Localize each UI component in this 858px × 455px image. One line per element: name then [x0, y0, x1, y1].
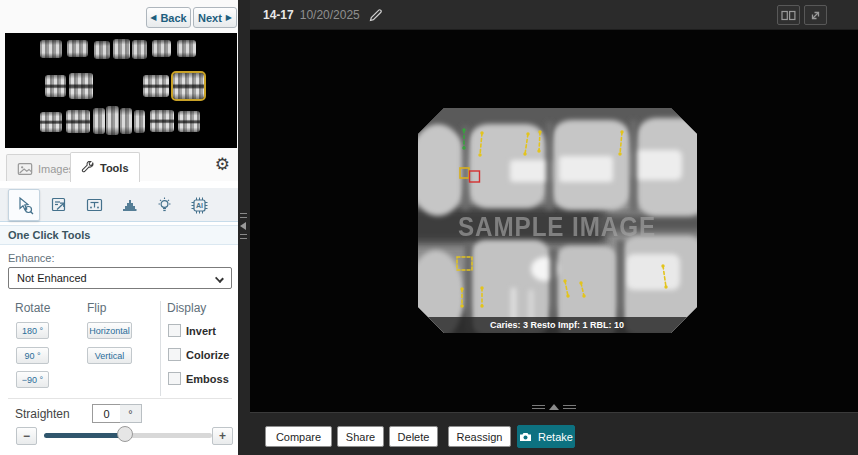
- thumbnail[interactable]: [93, 108, 105, 134]
- thumbnail[interactable]: [143, 75, 169, 97]
- findings-summary-text: Caries: 3 Resto Impf: 1 RBL: 10: [490, 320, 624, 330]
- panel-splitter[interactable]: [238, 0, 250, 455]
- edit-title-button[interactable]: [369, 8, 383, 22]
- radiograph-image[interactable]: SAMPLE IMAGE: [418, 108, 697, 333]
- svg-text:AI: AI: [196, 202, 203, 209]
- flip-horizontal-button[interactable]: Horizontal: [87, 322, 132, 339]
- straighten-plus-button[interactable]: +: [212, 427, 233, 445]
- measurement-tools-tab[interactable]: [78, 189, 110, 221]
- rotate-90-button[interactable]: 90 °: [16, 347, 49, 364]
- pointer-zoom-icon: [15, 196, 34, 215]
- thumbnail[interactable]: [69, 73, 93, 99]
- display-label: Display: [167, 301, 206, 315]
- dual-view-button[interactable]: [777, 5, 800, 25]
- thumbnail[interactable]: [40, 40, 62, 58]
- collapse-footer-handle[interactable]: [250, 404, 858, 410]
- dual-view-icon: [781, 10, 796, 21]
- expand-icon: [809, 9, 822, 22]
- thumbnail-selected[interactable]: [173, 73, 204, 99]
- viewer-area: 14-17 10/20/2025: [250, 0, 858, 455]
- thumbnail[interactable]: [66, 110, 90, 133]
- collapse-left-icon[interactable]: [240, 222, 246, 230]
- compare-button[interactable]: Compare: [265, 426, 332, 447]
- share-button[interactable]: Share: [337, 426, 384, 447]
- image-title: 14-17: [263, 8, 294, 22]
- back-button[interactable]: ◀ Back: [146, 7, 191, 28]
- straighten-label: Straighten: [15, 407, 70, 421]
- histogram-icon: [120, 196, 139, 215]
- thumbnail[interactable]: [120, 108, 132, 134]
- chevron-down-icon: [215, 274, 224, 283]
- handle-bar: [563, 405, 576, 409]
- thumbnail[interactable]: [177, 40, 196, 57]
- annotation-export-icon: [50, 196, 69, 215]
- brightness-tools-tab[interactable]: [148, 189, 180, 221]
- tab-tools[interactable]: Tools: [70, 152, 140, 182]
- one-click-tools-tab[interactable]: [8, 189, 40, 221]
- flip-vertical-button[interactable]: Vertical: [87, 347, 132, 364]
- splitter-grip: [240, 238, 247, 239]
- enhance-dropdown-value: Not Enhanced: [17, 272, 87, 284]
- one-click-tools-header: One Click Tools: [0, 225, 238, 245]
- panel-tab-row: Images Tools ⚙: [0, 151, 238, 182]
- thumbnail[interactable]: [113, 39, 130, 59]
- invert-checkbox-label: Invert: [186, 325, 216, 337]
- brightness-bulb-icon: [155, 196, 174, 215]
- thumbnail[interactable]: [106, 106, 119, 135]
- measurement-icon: [85, 196, 104, 215]
- delete-button[interactable]: Delete: [389, 426, 438, 447]
- colorize-checkbox-label: Colorize: [186, 349, 229, 361]
- straighten-unit: °: [120, 404, 142, 423]
- tool-category-strip: AI: [0, 188, 238, 222]
- annotation-tools-tab[interactable]: [43, 189, 75, 221]
- thumbnail[interactable]: [67, 40, 88, 57]
- handle-bar: [532, 405, 545, 409]
- thumbnail[interactable]: [45, 75, 66, 97]
- straighten-slider-thumb[interactable]: [117, 426, 133, 442]
- straighten-value-input[interactable]: [92, 404, 121, 423]
- divider: [8, 398, 232, 399]
- splitter-grip: [240, 217, 247, 218]
- next-button[interactable]: Next ▶: [193, 7, 237, 28]
- rotate-180-button[interactable]: 180 °: [16, 322, 49, 339]
- chevron-up-icon: [549, 404, 559, 410]
- image-canvas[interactable]: SAMPLE IMAGE: [250, 30, 858, 412]
- left-panel: ◀ Back Next ▶: [0, 0, 238, 455]
- thumbnail[interactable]: [94, 41, 110, 59]
- pencil-icon: [369, 8, 383, 22]
- sample-image-watermark: SAMPLE IMAGE: [458, 212, 656, 242]
- back-arrow-icon: ◀: [150, 13, 156, 22]
- next-button-label: Next: [198, 12, 222, 24]
- enhance-label: Enhance:: [8, 252, 54, 264]
- flip-label: Flip: [87, 301, 106, 315]
- thumbnail[interactable]: [152, 40, 171, 57]
- thumbnail[interactable]: [132, 40, 147, 59]
- tab-tools-label: Tools: [100, 162, 129, 174]
- tab-images-label: Images: [38, 163, 74, 175]
- rotate-label: Rotate: [15, 301, 50, 315]
- camera-icon: [519, 432, 532, 442]
- fullscreen-button[interactable]: [804, 5, 827, 25]
- ai-tools-tab[interactable]: AI: [183, 189, 215, 221]
- one-click-tools-title: One Click Tools: [8, 229, 90, 241]
- reassign-button[interactable]: Reassign: [448, 426, 511, 447]
- thumbnail[interactable]: [134, 110, 145, 133]
- retake-button[interactable]: Retake: [517, 425, 575, 448]
- histogram-tools-tab[interactable]: [113, 189, 145, 221]
- images-icon: [17, 162, 33, 176]
- colorize-checkbox[interactable]: [168, 348, 181, 361]
- wrench-icon: [81, 161, 95, 175]
- retake-button-label: Retake: [538, 431, 573, 443]
- thumbnail[interactable]: [150, 110, 174, 132]
- tools-panel: AI One Click Tools Enhance: Not Enhanced: [0, 181, 238, 455]
- ai-chip-icon: AI: [190, 196, 209, 215]
- straighten-minus-button[interactable]: −: [16, 427, 37, 445]
- emboss-checkbox[interactable]: [168, 372, 181, 385]
- enhance-dropdown[interactable]: Not Enhanced: [8, 267, 232, 289]
- rotate-minus-90-button[interactable]: −90 °: [16, 371, 49, 388]
- invert-checkbox[interactable]: [168, 324, 181, 337]
- thumbnail[interactable]: [40, 112, 62, 132]
- settings-gear-icon[interactable]: ⚙: [215, 156, 230, 173]
- thumbnail[interactable]: [178, 111, 200, 132]
- next-arrow-icon: ▶: [226, 13, 232, 22]
